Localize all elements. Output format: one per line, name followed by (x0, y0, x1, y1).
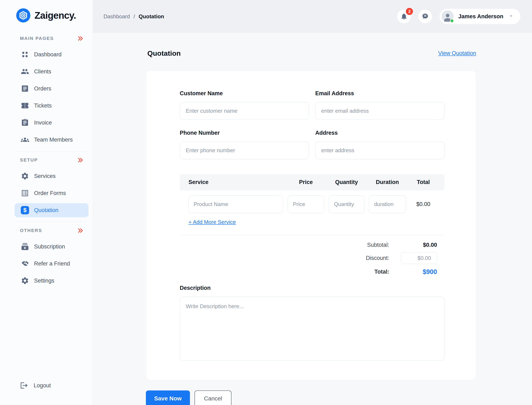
topbar-actions: 2 James Anderson (397, 9, 520, 24)
sidebar-item-settings[interactable]: Settings (14, 274, 88, 288)
sidebar-item-label: Tickets (34, 102, 52, 109)
collapse-chevrons-icon[interactable] (77, 157, 84, 163)
avatar (442, 10, 454, 22)
price-input[interactable] (288, 196, 324, 213)
orders-document-icon (21, 84, 29, 93)
phone-input[interactable] (180, 142, 309, 159)
breadcrumb-current: Quotation (139, 13, 164, 20)
add-more-service-link[interactable]: + Add More Service (188, 219, 236, 225)
email-field: Email Address (315, 90, 445, 120)
sidebar-item-services[interactable]: Services (14, 169, 88, 183)
sidebar-item-dashboard[interactable]: Dashboard (14, 47, 88, 61)
notifications-button[interactable]: 2 (397, 10, 411, 23)
duration-input[interactable] (369, 196, 406, 213)
quantity-input[interactable] (329, 196, 364, 213)
service-row: $0.00 (180, 196, 445, 213)
description-textarea[interactable] (180, 297, 445, 361)
online-status-dot (450, 19, 454, 23)
order-forms-list-icon (21, 189, 29, 197)
sidebar-item-label: Invoice (34, 120, 52, 126)
sidebar-item-quotation[interactable]: $ Quotation (14, 203, 88, 217)
subscription-box-icon (21, 243, 29, 251)
brand-logo-icon (16, 8, 30, 22)
sidebar-item-subscription[interactable]: Subscription (14, 240, 88, 254)
section-main-pages: MAIN PAGES (0, 35, 93, 41)
col-price: Price (288, 179, 324, 185)
sidebar: Zaigency. MAIN PAGES Dashboard Clients (0, 0, 93, 405)
sidebar-item-label: Settings (34, 277, 54, 284)
service-name-input[interactable] (188, 196, 283, 213)
collapse-chevrons-icon[interactable] (77, 35, 84, 41)
sidebar-item-label: Dashboard (34, 51, 61, 58)
description-label: Description (180, 285, 445, 291)
sidebar-item-refer-a-friend[interactable]: Refer a Friend (14, 256, 88, 271)
section-setup: SETUP (0, 157, 93, 163)
subtotal-label: Subtotal: (367, 242, 389, 248)
discount-label: Discount: (366, 255, 389, 261)
customer-name-input[interactable] (180, 102, 309, 120)
logout-button[interactable]: Logout (0, 381, 93, 405)
sidebar-item-label: Subscription (34, 243, 65, 250)
discount-input[interactable] (401, 252, 437, 264)
email-input[interactable] (315, 102, 445, 120)
breadcrumb-parent[interactable]: Dashboard (104, 13, 130, 20)
address-field: Address (315, 130, 445, 159)
subtotal-value: $0.00 (401, 242, 437, 248)
sidebar-item-label: Refer a Friend (34, 261, 70, 267)
section-label: OTHERS (20, 228, 42, 233)
brand-name: Zaigency. (34, 10, 76, 21)
dollar-icon: $ (21, 206, 29, 214)
sidebar-item-label: Clients (34, 68, 51, 75)
sidebar-item-tickets[interactable]: Tickets (14, 99, 88, 113)
chat-icon (421, 13, 429, 20)
row-total-value: $0.00 (410, 201, 436, 208)
customer-fields: Customer Name Email Address Phone Number… (180, 90, 445, 159)
view-quotation-link[interactable]: View Quotation (438, 50, 476, 57)
sidebar-item-orders[interactable]: Orders (14, 81, 88, 96)
main-area: Dashboard / Quotation 2 (93, 0, 532, 405)
save-now-button[interactable]: Save Now (146, 391, 190, 405)
col-duration: Duration (369, 179, 406, 185)
section-label: SETUP (20, 157, 38, 163)
service-table: Service Price Quantity Duration Total $0… (180, 174, 445, 225)
cancel-button[interactable]: Cancel (194, 391, 232, 405)
description-block: Description (180, 285, 445, 362)
sidebar-divider (16, 222, 87, 222)
form-actions: Save Now Cancel (146, 391, 532, 405)
address-input[interactable] (315, 142, 445, 159)
user-menu[interactable]: James Anderson (439, 9, 520, 24)
totals-summary: Subtotal: $0.00 Discount: Total: $900 (180, 242, 445, 276)
collapse-chevrons-icon[interactable] (77, 227, 84, 234)
quotation-form-card: Customer Name Email Address Phone Number… (146, 70, 476, 380)
logout-label: Logout (34, 382, 51, 389)
sidebar-item-label: Quotation (34, 207, 58, 214)
brand-logo[interactable]: Zaigency. (0, 0, 93, 22)
sidebar-item-label: Services (34, 173, 56, 179)
page-content: Quotation View Quotation Customer Name E… (93, 33, 532, 405)
sidebar-nav: MAIN PAGES Dashboard Clients Orders (0, 35, 93, 291)
sidebar-item-clients[interactable]: Clients (14, 64, 88, 79)
user-name: James Anderson (458, 13, 503, 20)
phone-label: Phone Number (180, 130, 309, 136)
page-title: Quotation (147, 49, 181, 57)
section-label: MAIN PAGES (20, 36, 54, 41)
phone-field: Phone Number (180, 130, 309, 159)
breadcrumb-separator: / (133, 13, 135, 20)
messages-button[interactable] (418, 10, 432, 23)
clients-people-icon (21, 67, 29, 76)
customer-name-field: Customer Name (180, 90, 309, 120)
email-label: Email Address (315, 90, 445, 97)
gear-icon (21, 277, 29, 285)
sidebar-item-label: Team Members (34, 137, 73, 143)
ticket-icon (21, 101, 29, 110)
service-table-header: Service Price Quantity Duration Total (180, 174, 445, 190)
notification-badge: 2 (406, 8, 413, 15)
sidebar-item-team-members[interactable]: Team Members (14, 133, 88, 147)
page-head: Quotation View Quotation (147, 45, 476, 62)
sidebar-item-label: Orders (34, 85, 51, 92)
sidebar-item-order-forms[interactable]: Order Forms (14, 186, 88, 200)
section-others: OTHERS (0, 227, 93, 234)
total-row: Total: $900 (374, 268, 437, 276)
address-label: Address (315, 130, 445, 136)
sidebar-item-invoice[interactable]: Invoice (14, 116, 88, 130)
